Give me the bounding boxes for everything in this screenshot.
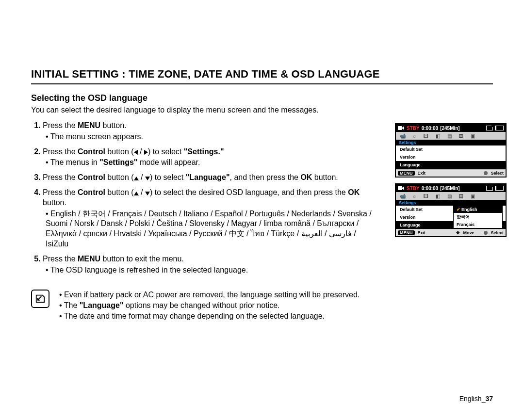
step-5: Press the MENU button to exit the menu. …	[43, 254, 373, 275]
card-icon-2	[486, 186, 493, 191]
menu-keyword: MENU	[78, 121, 100, 129]
step-2-text-d: ) to select	[148, 147, 184, 156]
osd1-item-version: Version	[396, 153, 506, 161]
step-3-text-a: Press the	[43, 173, 78, 181]
osd1-select-dot-icon	[484, 171, 488, 175]
osd-remaining: [245Min]	[440, 126, 460, 131]
osd2-popup-english: ✔English	[454, 206, 502, 213]
menu-keyword-2: MENU	[78, 255, 100, 263]
tab-picture-icon-2: 🖾	[457, 193, 465, 199]
step-3-text-f: , and then press the	[230, 173, 301, 181]
step-4: Press the Control button ( / ) to select…	[43, 188, 373, 249]
osd-screenshot-2: STBY 0:00:00 [245Min] 📹 ☼ 🎞 ◧ ▤ 🖾 ▣ Sett…	[395, 183, 507, 237]
note-list: Even if battery pack or AC power are rem…	[59, 290, 360, 321]
step-2-text-c: button (	[105, 147, 134, 156]
right-arrow-icon	[144, 150, 148, 155]
footer-page-number: 37	[485, 395, 493, 403]
osd1-item-language: Language	[396, 161, 506, 169]
note-2-a: The	[64, 301, 80, 309]
step-4-text-c: button (	[105, 188, 134, 196]
up-arrow-icon-2	[134, 192, 139, 195]
step-5-text-c: button to exit the menu.	[100, 255, 184, 263]
osd-time: 0:00:00	[422, 126, 438, 131]
osd2-section-label: Settings	[396, 200, 506, 206]
osd-screenshot-1: STBY 0:00:00 [245Min] 📹 ☼ 🎞 ◧ ▤ 🖾 ▣ Sett…	[395, 123, 507, 178]
step-3: Press the Control button ( / ) to select…	[43, 173, 373, 183]
intro-text: You can select the desired language to d…	[31, 105, 493, 115]
tab-sun-icon: ☼	[410, 133, 418, 139]
step-1-sub: The menu screen appears.	[46, 132, 373, 142]
tab-sun-icon-2: ☼	[410, 193, 418, 199]
note-2: The "Language" options may be changed wi…	[59, 300, 360, 311]
battery-icon	[495, 126, 504, 130]
osd2-select-dot-icon	[484, 231, 488, 235]
osd1-body: Default Set Version Language	[396, 145, 506, 169]
tab-film-icon-2: 🎞	[422, 193, 430, 199]
settings-keyword: "Settings."	[184, 147, 224, 156]
osd1-footer: MENU Exit Select	[396, 169, 506, 177]
step-5-sub: The OSD language is refreshed in the sel…	[46, 265, 373, 275]
tab-icon-5b: ▤	[445, 193, 453, 199]
tab-film-icon: 🎞	[422, 133, 430, 139]
page-footer: English_37	[459, 395, 493, 403]
step-2-sub: The menus in "Settings" mode will appear…	[46, 158, 373, 168]
svg-rect-0	[398, 126, 402, 130]
osd1-tabbar: 📹 ☼ 🎞 ◧ ▤ 🖾 ▣	[396, 132, 506, 140]
step-3-text-c: button (	[105, 173, 134, 181]
footer-label: English_	[459, 395, 486, 403]
battery-icon-2	[495, 186, 504, 191]
tab-icon-7: ▣	[469, 133, 476, 139]
step-1-text-c: button.	[100, 121, 126, 129]
osd2-tabbar: 📹 ☼ 🎞 ◧ ▤ 🖾 ▣	[396, 192, 506, 200]
osd1-select-label: Select	[491, 171, 504, 176]
language-keyword: "Language"	[186, 173, 230, 181]
osd1-section-label: Settings	[396, 140, 506, 145]
osd-screenshots: STBY 0:00:00 [245Min] 📹 ☼ 🎞 ◧ ▤ 🖾 ▣ Sett…	[395, 123, 507, 243]
tab-camera-icon-2: 📹	[399, 193, 407, 199]
step-5-text-a: Press the	[43, 255, 78, 263]
page-title: INITIAL SETTING : TIME ZONE, DATE AND TI…	[31, 68, 493, 84]
osd2-move-label: Move	[463, 230, 474, 235]
tab-icon-4b: ◧	[434, 193, 442, 199]
step-4-text-d: ) to select the desired OSD language, an…	[150, 188, 348, 196]
step-2-text-a: Press the	[43, 147, 78, 156]
tab-icon-7b: ▣	[469, 193, 476, 199]
osd2-body: Default Set Version Language ✔English 한국…	[396, 206, 506, 229]
section-subtitle: Selecting the OSD language	[31, 93, 493, 103]
osd2-topbar: STBY 0:00:00 [245Min]	[396, 184, 506, 192]
osd2-time: 0:00:00	[422, 186, 438, 191]
osd2-menu-pill: MENU	[398, 230, 415, 235]
osd1-item-default-set: Default Set	[396, 145, 506, 153]
ok-keyword-2: OK	[348, 188, 360, 196]
control-keyword-2: Control	[78, 173, 105, 181]
step-1-text-a: Press the	[43, 121, 78, 129]
tab-camera-icon: 📹	[399, 133, 407, 139]
steps-list: Press the MENU button. The menu screen a…	[31, 121, 373, 275]
osd-stby-label: STBY	[407, 126, 420, 131]
osd2-remaining: [245Min]	[440, 186, 460, 191]
left-arrow-icon	[134, 150, 138, 155]
osd2-popup-french: Français	[454, 221, 502, 228]
note-icon	[31, 290, 49, 308]
tab-icon-4: ◧	[434, 133, 442, 139]
osd2-stby-label: STBY	[407, 186, 420, 191]
ok-keyword: OK	[300, 173, 312, 181]
osd2-popup-korean: 한국어	[454, 213, 502, 221]
step-3-text-d: ) to select	[150, 173, 186, 181]
osd2-language-popup: ✔English 한국어 Français	[453, 206, 503, 228]
step-2-sub-a: The menus in	[50, 158, 99, 166]
step-2-sub-c: mode will appear.	[137, 158, 200, 166]
step-2: Press the Control button ( / ) to select…	[43, 147, 373, 168]
checkmark-icon: ✔	[457, 207, 460, 212]
note-1: Even if battery pack or AC power are rem…	[59, 290, 360, 300]
language-keyword-2: "Language"	[80, 301, 124, 309]
osd2-select-label: Select	[491, 230, 504, 235]
camcorder-icon	[398, 125, 405, 131]
camcorder-icon-2	[398, 185, 405, 191]
osd1-topbar: STBY 0:00:00 [245Min]	[396, 124, 506, 132]
step-4-text-f: button.	[43, 198, 66, 207]
control-keyword: Control	[78, 147, 105, 156]
note-2-c: options may be changed without prior not…	[124, 301, 280, 309]
note-block: Even if battery pack or AC power are rem…	[31, 290, 468, 321]
control-keyword-3: Control	[78, 188, 105, 196]
